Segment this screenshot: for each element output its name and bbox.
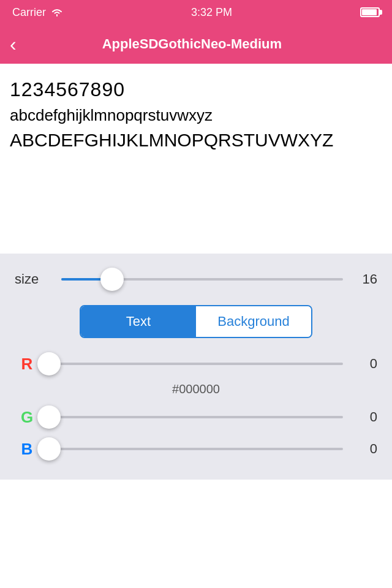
g-slider-container <box>49 404 343 431</box>
size-label: size <box>15 271 51 287</box>
b-slider-container <box>49 435 343 462</box>
status-left: Carrier <box>12 6 63 19</box>
r-value: 0 <box>353 356 377 372</box>
nav-bar: ‹ AppleSDGothicNeo-Medium <box>0 24 392 64</box>
size-slider-thumb[interactable] <box>100 268 124 291</box>
preview-numbers: 1234567890 <box>10 76 382 104</box>
size-value: 16 <box>353 271 377 287</box>
preview-area: 1234567890 abcdefghijklmnopqrstuvwxyz AB… <box>0 64 392 254</box>
size-row: size 16 <box>0 266 392 293</box>
b-label: B <box>15 440 39 459</box>
segmented-row: Text Background <box>0 305 392 338</box>
segment-background-button[interactable]: Background <box>196 306 311 337</box>
g-value: 0 <box>353 409 377 425</box>
b-slider-track <box>49 448 343 450</box>
r-slider-track <box>49 363 343 365</box>
status-right <box>360 7 380 17</box>
hex-value: #000000 <box>172 382 220 396</box>
g-slider-track <box>49 416 343 418</box>
back-button[interactable]: ‹ <box>10 34 17 54</box>
b-value: 0 <box>353 441 377 457</box>
g-label: G <box>15 408 39 427</box>
size-slider-track <box>61 278 343 281</box>
b-row: B 0 <box>0 435 392 462</box>
carrier-label: Carrier <box>12 6 46 19</box>
status-time: 3:32 PM <box>191 6 232 19</box>
r-slider-container <box>49 350 343 377</box>
controls-area: size 16 Text Background R 0 #000000 <box>0 254 392 480</box>
r-row: R 0 <box>0 350 392 377</box>
b-slider-thumb[interactable] <box>37 437 61 461</box>
r-label: R <box>15 355 39 374</box>
r-slider-thumb[interactable] <box>37 352 61 375</box>
battery-icon <box>360 7 380 17</box>
g-slider-thumb[interactable] <box>37 405 61 429</box>
nav-title: AppleSDGothicNeo-Medium <box>26 36 358 52</box>
size-slider-container <box>61 266 343 293</box>
hex-row: #000000 <box>0 382 392 396</box>
status-bar: Carrier 3:32 PM <box>0 0 392 24</box>
preview-lowercase: abcdefghijklmnopqrstuvwxyz <box>10 104 382 127</box>
segmented-control: Text Background <box>80 305 312 338</box>
wifi-icon <box>51 7 63 17</box>
preview-uppercase: ABCDEFGHIJKLMNOPQRSTUVWXYZ <box>10 127 382 153</box>
segment-text-button[interactable]: Text <box>81 306 196 337</box>
g-row: G 0 <box>0 404 392 431</box>
